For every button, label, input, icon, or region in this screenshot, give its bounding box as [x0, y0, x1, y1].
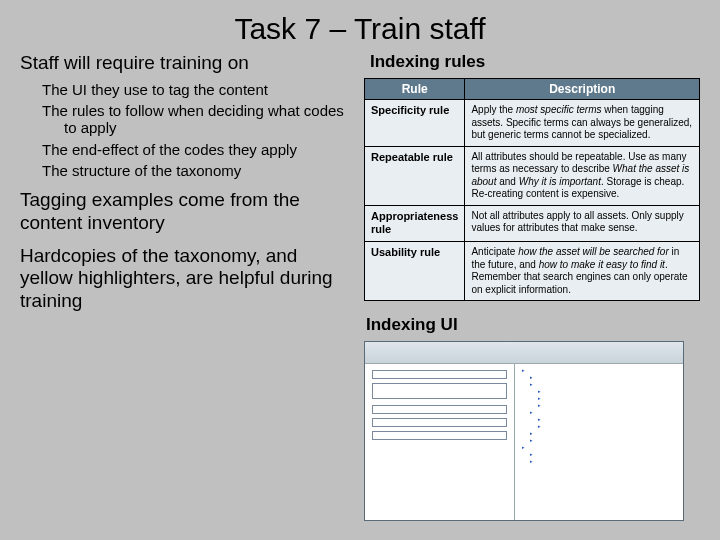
ui-tree-pane: ▸ ▸ ▸ ▸ ▸ ▸ ▸ ▸ ▸ ▸ ▸ ▸ ▸ ▸	[515, 364, 683, 520]
left-heading-training: Staff will require training on	[20, 52, 350, 75]
table-row: Appropriateness rule Not all attributes …	[365, 205, 700, 242]
left-bullet: The rules to follow when deciding what c…	[42, 102, 350, 137]
rule-name: Repeatable rule	[365, 146, 465, 205]
table-section-title: Indexing rules	[364, 52, 700, 72]
left-bullet: The end-effect of the codes they apply	[42, 141, 350, 158]
rule-name: Specificity rule	[365, 100, 465, 147]
table-row: Repeatable rule All attributes should be…	[365, 146, 700, 205]
rule-name: Usability rule	[365, 242, 465, 301]
ui-titlebar	[365, 342, 683, 364]
left-bullet: The UI they use to tag the content	[42, 81, 350, 98]
rule-desc: Anticipate how the asset will be searche…	[465, 242, 700, 301]
right-column: Indexing rules Rule Description Specific…	[364, 52, 700, 521]
left-bullet: The structure of the taxonomy	[42, 162, 350, 179]
rule-desc: Not all attributes apply to all assets. …	[465, 205, 700, 242]
rule-desc: Apply the most specific terms when taggi…	[465, 100, 700, 147]
indexing-ui-screenshot: ▸ ▸ ▸ ▸ ▸ ▸ ▸ ▸ ▸ ▸ ▸ ▸ ▸ ▸	[364, 341, 684, 521]
slide-title: Task 7 – Train staff	[20, 12, 700, 46]
left-column: Staff will require training on The UI th…	[20, 52, 350, 521]
ui-left-pane	[365, 364, 515, 520]
table-header-rule: Rule	[365, 79, 465, 100]
ui-section-title: Indexing UI	[366, 315, 700, 335]
table-row: Usability rule Anticipate how the asset …	[365, 242, 700, 301]
rule-desc: All attributes should be repeatable. Use…	[465, 146, 700, 205]
indexing-rules-table: Rule Description Specificity rule Apply …	[364, 78, 700, 301]
rule-name: Appropriateness rule	[365, 205, 465, 242]
left-heading-hardcopies: Hardcopies of the taxonomy, and yellow h…	[20, 245, 350, 313]
table-header-description: Description	[465, 79, 700, 100]
table-row: Specificity rule Apply the most specific…	[365, 100, 700, 147]
left-heading-examples: Tagging examples come from the content i…	[20, 189, 350, 235]
